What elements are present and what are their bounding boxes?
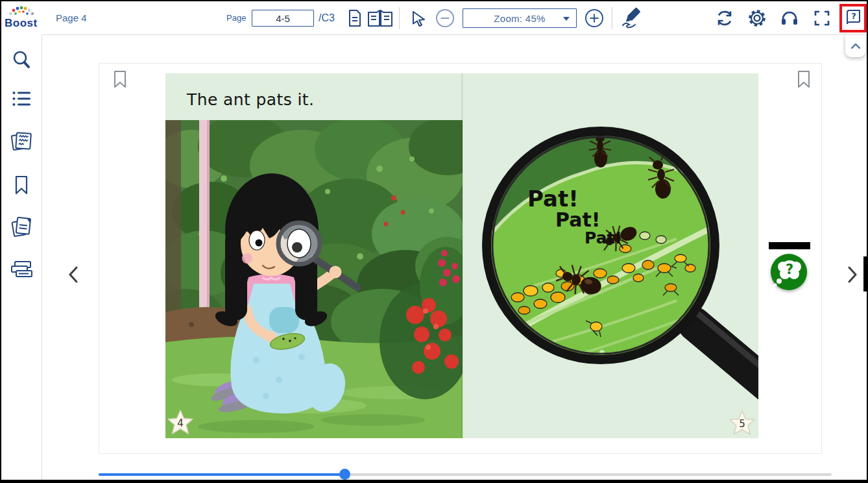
current-page-indicator: Page 4	[56, 1, 87, 35]
zoom-out-button[interactable]	[433, 6, 457, 30]
page-number-star: 4	[166, 408, 195, 437]
next-arrow-icon	[847, 266, 858, 283]
help-highlight-box: ?	[839, 4, 867, 32]
book-page-left[interactable]: The ant pats it.	[165, 73, 463, 438]
sidebar-item-print[interactable]	[8, 258, 34, 284]
zoom-level-value: Zoom: 45%	[494, 13, 545, 24]
prev-arrow-icon	[68, 266, 78, 283]
help-book-icon: ?	[845, 9, 862, 27]
next-page-button[interactable]	[842, 263, 863, 286]
page-input-label: Page	[226, 1, 246, 35]
fullscreen-button[interactable]	[810, 6, 834, 30]
app-logo[interactable]: Boost	[1, 1, 42, 35]
blush	[242, 253, 252, 264]
notes-icon	[10, 131, 32, 152]
annotate-pen-button[interactable]	[619, 5, 647, 32]
bookmark-outline-icon	[797, 71, 810, 88]
thought-question-icon: ?	[771, 254, 807, 290]
sidebar-item-bookmarks[interactable]	[8, 172, 34, 198]
slider-thumb[interactable]	[339, 469, 350, 480]
page-number-left: 4	[177, 417, 184, 429]
scroll-up-chevron-icon	[850, 43, 861, 49]
sidebar-item-flashcards[interactable]	[8, 214, 34, 240]
page-number-right: 5	[739, 418, 745, 430]
refresh-button[interactable]	[713, 6, 736, 30]
bookmark-icon	[14, 175, 29, 195]
headphones-icon	[780, 10, 799, 27]
page-scrub-slider[interactable]	[99, 473, 832, 476]
sidebar-item-notes[interactable]	[8, 129, 34, 155]
tree-trunk	[165, 120, 181, 334]
toolbar-divider	[399, 7, 400, 29]
annotate-pen-icon	[620, 6, 646, 31]
sfx-pat-2: Pat!	[555, 208, 600, 231]
quiz-help-button[interactable]: ?	[771, 254, 807, 290]
toolbar-divider	[612, 7, 612, 29]
page-number-input[interactable]	[252, 10, 314, 27]
dark-bud	[477, 318, 500, 335]
cursor-tool-button[interactable]	[407, 6, 431, 30]
double-page-view-button[interactable]	[366, 6, 394, 30]
zoom-level-select[interactable]: Zoom: 45%	[463, 8, 577, 28]
single-page-view-button[interactable]	[343, 6, 367, 30]
prev-page-button[interactable]	[63, 263, 84, 286]
refresh-icon	[716, 9, 734, 27]
left-page-photo	[165, 120, 463, 438]
flashcards-icon	[10, 216, 32, 237]
double-page-icon	[367, 9, 393, 27]
slider-fill	[99, 473, 345, 476]
book-spread-card: The ant pats it.	[99, 63, 822, 454]
scroll-up-button[interactable]	[845, 35, 865, 57]
top-toolbar: Boost Page 4 Page /C3	[1, 1, 867, 35]
reader-app-window: Boost Page 4 Page /C3	[0, 0, 868, 483]
zoom-in-button[interactable]	[583, 6, 606, 30]
book-page-right[interactable]: Pat! Pat! Pat! 5	[463, 73, 758, 438]
bookmark-right-page-button[interactable]	[797, 71, 811, 89]
fullscreen-icon	[814, 10, 830, 27]
audio-button[interactable]	[778, 6, 801, 30]
bookmark-left-page-button[interactable]	[113, 71, 127, 89]
zoom-out-icon	[435, 8, 455, 28]
svg-text:?: ?	[786, 262, 793, 277]
cursor-icon	[411, 10, 428, 27]
print-icon	[10, 260, 32, 281]
story-text: The ant pats it.	[187, 90, 314, 109]
right-page-photo: Pat! Pat! Pat!	[463, 73, 758, 438]
collapsed-panel-handle[interactable]	[863, 256, 867, 291]
hand-right	[330, 266, 342, 279]
bookmark-outline-icon	[114, 71, 127, 88]
settings-gear-icon	[747, 8, 767, 28]
page-number-star: 5	[728, 409, 756, 438]
logo-dots-icon	[6, 5, 39, 17]
toolbar-handle-bar[interactable]	[769, 242, 810, 249]
sfx-pat-1: Pat!	[527, 186, 579, 212]
search-icon	[12, 50, 31, 69]
contents-icon	[12, 90, 31, 107]
settings-button[interactable]	[745, 6, 769, 30]
single-page-icon	[348, 9, 362, 27]
zoom-in-icon	[585, 8, 604, 28]
left-sidebar	[1, 35, 42, 480]
sidebar-item-contents[interactable]	[8, 86, 34, 112]
chevron-down-icon	[563, 17, 570, 21]
svg-text:?: ?	[851, 11, 856, 21]
garden-post	[199, 120, 210, 314]
help-button[interactable]: ?	[843, 7, 863, 29]
logo-wordmark: Boost	[5, 17, 38, 30]
dress-pocket	[269, 307, 299, 333]
page-total-label: /C3	[319, 1, 335, 35]
sidebar-item-search[interactable]	[8, 47, 34, 73]
sfx-pat-3: Pat!	[585, 229, 622, 247]
page-spine-shadow	[461, 73, 464, 438]
